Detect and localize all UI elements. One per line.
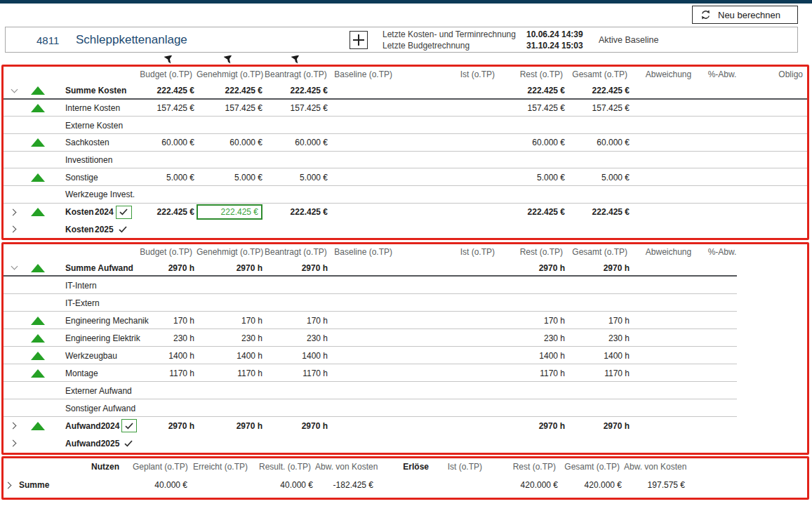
trend-cell bbox=[25, 334, 51, 343]
trend-up-icon bbox=[31, 138, 45, 147]
row-label-cell: Sonstiger Aufwand bbox=[51, 404, 137, 413]
active-baseline-label: Aktive Baseline bbox=[599, 35, 658, 45]
row-label-cell: Werkzeuge Invest. bbox=[51, 190, 137, 199]
filter-icon-beantragt[interactable] bbox=[291, 55, 301, 65]
trend-cell bbox=[25, 352, 51, 360]
table-row: Sonstige5.000 €5.000 €5.000 €5.000 €5.00… bbox=[4, 168, 807, 186]
edit-field[interactable]: 222.425 € bbox=[197, 204, 262, 220]
table-row: Externer Aufwand bbox=[4, 382, 807, 399]
trend-cell bbox=[25, 317, 51, 325]
chevron-right-icon[interactable] bbox=[9, 440, 16, 447]
year-checkbox[interactable] bbox=[121, 419, 137, 432]
cell-beantragt: 2970 h bbox=[265, 263, 330, 273]
cell-rest: 2970 h bbox=[509, 263, 567, 273]
cell-beantragt: 170 h bbox=[265, 316, 330, 326]
table-row: Engineering Mechanik170 h170 h170 h170 h… bbox=[4, 312, 807, 329]
last-cost-calc-date: 10.06.24 bbox=[526, 29, 561, 40]
cell-beantragt: 1170 h bbox=[265, 368, 330, 378]
table-row: Sachkosten60.000 €60.000 €60.000 €60.000… bbox=[4, 134, 807, 152]
col-header-beantragt: Beantragt (o.TP) bbox=[265, 247, 330, 257]
row-label: Engineering Mechanik bbox=[51, 316, 149, 326]
trend-up-icon bbox=[31, 369, 45, 378]
cell-gesamt: 1170 h bbox=[567, 368, 632, 378]
cell-genehmigt: 230 h bbox=[197, 333, 265, 343]
table-row: Engineering Elektrik230 h230 h230 h230 h… bbox=[4, 329, 807, 347]
col-header-ist: Ist (o.TP) bbox=[397, 247, 509, 257]
expand-cell[interactable] bbox=[4, 441, 25, 446]
cell-genehmigt: 2970 h bbox=[197, 263, 265, 273]
table-row: Werkzeugbau1400 h1400 h1400 h1400 h1400 … bbox=[4, 347, 807, 364]
cell-geplant: 40.000 € bbox=[133, 480, 189, 490]
cost-table: Budget (o.TP)Genehmigt (o.TP)Beantragt (… bbox=[1, 65, 809, 240]
chevron-right-icon[interactable] bbox=[4, 482, 11, 489]
cell-genehmigt: 222.425 € bbox=[197, 204, 265, 220]
row-label: Sachkosten bbox=[51, 138, 137, 147]
table-row: Montage1170 h1170 h1170 h1170 h1170 h bbox=[4, 364, 807, 382]
row-label-cell: Investitionen bbox=[51, 155, 137, 165]
expand-cell[interactable] bbox=[4, 267, 25, 269]
row-label: Werkzeugbau bbox=[51, 351, 137, 361]
cell-gesamt: 420.000 € bbox=[560, 480, 624, 490]
cell-genehmigt: 1170 h bbox=[197, 368, 265, 378]
row-year: 2024 bbox=[95, 207, 114, 217]
col-header-result: Result. (o.TP) bbox=[252, 462, 315, 472]
row-label: Summe bbox=[15, 480, 49, 490]
recalculate-button[interactable]: Neu berechnen bbox=[692, 6, 798, 24]
cell-budget: 60.000 € bbox=[137, 138, 197, 147]
chevron-right-icon[interactable] bbox=[9, 423, 16, 430]
col-header-pabw: %-Abw. bbox=[705, 69, 739, 79]
cell-rest: 222.425 € bbox=[509, 86, 567, 95]
project-id: 4811 bbox=[36, 34, 59, 46]
year-checkbox[interactable] bbox=[116, 206, 132, 219]
cell-rest: 157.425 € bbox=[509, 103, 567, 113]
expand-cell[interactable] bbox=[4, 210, 25, 215]
filter-icon-genehmigt[interactable] bbox=[224, 55, 234, 65]
col-header-rest: Rest (o.TP) bbox=[509, 247, 567, 257]
col-header-beantragt: Beantragt (o.TP) bbox=[265, 69, 330, 79]
cell-budget: 2970 h bbox=[137, 421, 197, 431]
year-check bbox=[124, 440, 133, 447]
row-label: Aufwand bbox=[51, 439, 101, 449]
cell-budget: 157.425 € bbox=[137, 103, 197, 113]
expand-cell[interactable] bbox=[4, 227, 25, 232]
col-header-genehmigt: Genehmigt (o.TP) bbox=[197, 247, 265, 257]
add-button[interactable] bbox=[350, 31, 368, 49]
chevron-right-icon[interactable] bbox=[9, 226, 16, 233]
col-header-nutzen: Nutzen bbox=[15, 462, 133, 472]
col-header-abweichung: Abweichung bbox=[632, 69, 705, 79]
last-budget-calc-time: 15:03 bbox=[561, 41, 604, 51]
top-accent-bar bbox=[0, 0, 812, 4]
col-header-erreicht: Erreicht (o.TP) bbox=[189, 462, 252, 472]
col-header-gesamt: Gesamt (o.TP) bbox=[560, 462, 624, 472]
expand-cell[interactable] bbox=[4, 90, 25, 92]
row-label-cell: Werkzeugbau bbox=[51, 351, 137, 361]
row-label: Montage bbox=[51, 368, 137, 378]
col-header-baseline: Baseline (o.TP) bbox=[330, 69, 397, 79]
cell-genehmigt: 2970 h bbox=[197, 421, 265, 431]
col-header-obligo: Obligo bbox=[739, 69, 807, 79]
row-label: Summe Aufwand bbox=[51, 263, 137, 273]
col-header-gesamt: Gesamt (o.TP) bbox=[567, 69, 632, 79]
chevron-right-icon[interactable] bbox=[9, 208, 16, 215]
chevron-down-icon[interactable] bbox=[11, 86, 18, 93]
refresh-icon bbox=[700, 9, 712, 20]
row-label-cell: Montage bbox=[51, 368, 137, 378]
table-row: Interne Kosten157.425 €157.425 €157.425 … bbox=[4, 100, 807, 117]
row-label: Engineering Elektrik bbox=[51, 333, 140, 343]
table-row: IT-Intern bbox=[4, 277, 807, 294]
table-row: IT-Extern bbox=[4, 294, 807, 312]
cell-budget: 170 h bbox=[137, 316, 197, 326]
trend-cell bbox=[25, 208, 51, 216]
cell-genehmigt: 60.000 € bbox=[197, 138, 265, 147]
expand-cell[interactable] bbox=[4, 423, 25, 428]
cell-beantragt: 157.425 € bbox=[265, 103, 330, 113]
trend-up-icon bbox=[31, 352, 45, 360]
trend-up-icon bbox=[31, 264, 45, 272]
cell-rest: 2970 h bbox=[509, 421, 567, 431]
chevron-down-icon[interactable] bbox=[11, 263, 18, 270]
cell-gesamt: 2970 h bbox=[567, 421, 632, 431]
expand-cell[interactable] bbox=[4, 483, 15, 488]
row-label-cell: Kosten2025 bbox=[51, 225, 137, 234]
filter-icon-budget[interactable] bbox=[164, 55, 174, 65]
row-label-cell: IT-Extern bbox=[51, 298, 137, 308]
